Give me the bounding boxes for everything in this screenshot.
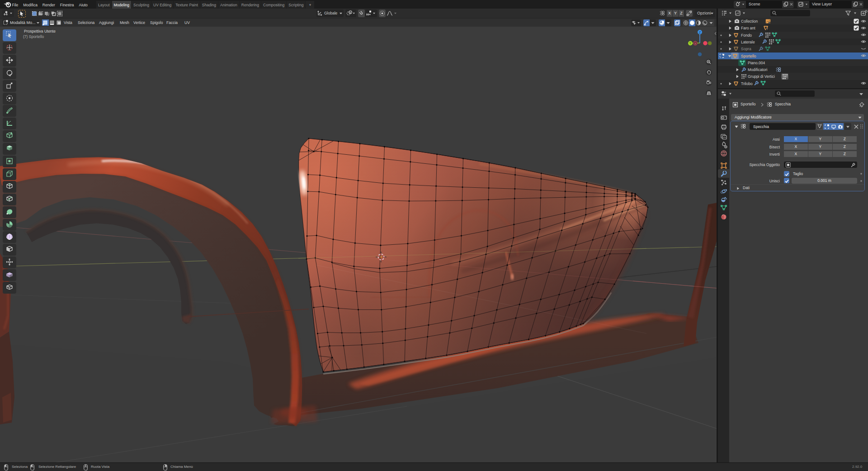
svg-text:7: 7 xyxy=(767,29,768,31)
svg-text:Z: Z xyxy=(699,31,701,34)
svg-text:x: x xyxy=(695,42,696,45)
svg-text:Y: Y xyxy=(689,42,692,45)
